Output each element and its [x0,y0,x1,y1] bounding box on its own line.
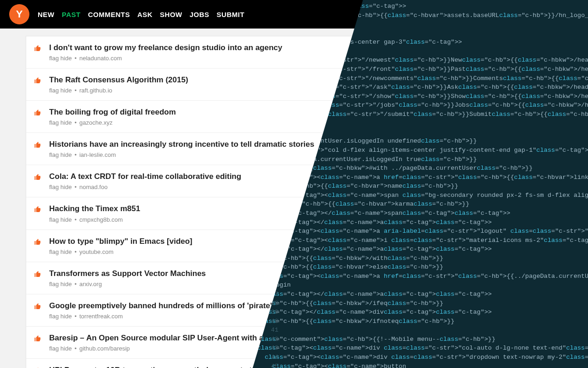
thumbs-up-icon[interactable] [34,206,42,215]
code-line: class="c-comment">class="c-hb">{{!--Mobi… [257,335,588,344]
separator-dot: • [74,216,77,223]
thumbs-up-icon[interactable] [34,109,42,118]
nav-item-jobs[interactable]: JOBS [190,11,209,18]
hide-link[interactable]: hide [61,281,72,288]
flag-link[interactable]: flag [49,313,59,320]
code-line [257,326,588,335]
gutter-line-number: 45 [266,362,278,368]
code-line: class="c-tag"><class="c-name">div class=… [257,353,588,362]
story-domain[interactable]: youtube.com [79,248,113,255]
nav-item-show[interactable]: SHOW [160,11,182,18]
hide-link[interactable]: hide [61,216,72,223]
gutter-line-number: 41 [266,326,278,335]
separator-dot: • [74,184,77,190]
main-nav: NEWPASTCOMMENTSASKSHOWJOBSSUBMIT [38,11,244,18]
nav-item-submit[interactable]: SUBMIT [217,11,245,18]
story-domain[interactable]: neladunato.com [79,55,122,62]
story-domain[interactable]: ian-leslie.com [79,151,116,158]
thumbs-up-icon[interactable] [34,303,42,312]
hide-link[interactable]: hide [61,184,72,190]
nav-item-past[interactable]: PAST [62,11,81,18]
code-line: class="c-hb">{{class="c-hbkw">/ifeqclass… [257,299,588,308]
code-line: class="c-tag"><class="c-name">button [257,362,588,368]
nav-item-comments[interactable]: COMMENTS [88,11,130,18]
code-line: class="c-tag"><class="c-name">a href=cla… [257,272,588,281]
flag-link[interactable]: flag [49,184,59,190]
code-line: class="c-tag"></class="c-name">aclass="c… [257,245,588,254]
hide-link[interactable]: hide [61,55,72,62]
gutter-line-number: 42 [266,335,278,344]
story-domain[interactable]: raft.github.io [79,87,113,94]
thumbs-up-icon[interactable] [34,77,42,86]
flag-link[interactable]: flag [49,248,59,255]
separator-dot: • [74,313,77,320]
nav-item-new[interactable]: NEW [38,11,55,18]
flag-link[interactable]: flag [49,119,59,126]
thumbs-up-icon[interactable] [34,335,42,344]
hide-link[interactable]: hide [61,345,72,352]
flag-link[interactable]: flag [49,281,59,288]
hide-link[interactable]: hide [61,313,72,320]
code-line: class="c-hb">{{class="c-hbkw">/withclass… [257,254,588,263]
separator-dot: • [74,281,77,288]
story-domain[interactable]: cmpxchg8b.com [79,216,123,223]
code-line: class="c-hb">{{class="c-hbvar">elseclass… [257,263,588,272]
code-line: class="c-tag"><class="c-name">span class… [257,191,588,200]
flag-link[interactable]: flag [49,345,59,352]
code-line: class="c-hb">{{class="c-hbkw">/ifnoteqcl… [257,317,588,326]
logo-hn[interactable]: Y [9,4,29,24]
flag-link[interactable]: flag [49,151,59,158]
code-line: class="c-tag"></class="c-name">aclass="c… [257,290,588,299]
gutter-line-number: 44 [266,353,278,362]
code-line: class="c-tag"><class="c-name">i class=cl… [257,236,588,245]
story-domain[interactable]: torrentfreak.com [79,313,123,320]
separator-dot: • [74,87,77,94]
code-line: class="c-tag"><class="c-name">div class=… [257,344,588,353]
separator-dot: • [74,151,77,158]
flag-link[interactable]: flag [49,216,59,223]
thumbs-up-icon[interactable] [34,270,42,280]
code-line: class="c-tag"></class="c-name">divclass=… [257,308,588,317]
code-line: class="c-hb">{{class="c-hbvar">karmaclas… [257,200,588,209]
separator-dot: • [74,345,77,352]
code-line: Login [257,281,588,290]
thumbs-up-icon[interactable] [34,173,42,183]
story-domain[interactable]: nomad.foo [79,184,107,190]
story-domain[interactable]: github.com/baresip [79,345,130,352]
logo-letter: Y [16,8,23,20]
hide-link[interactable]: hide [61,87,72,94]
separator-dot: • [74,248,77,255]
thumbs-up-icon[interactable] [34,141,42,150]
hide-link[interactable]: hide [61,119,72,126]
code-line: class="c-tag"><class="c-name">a aria-lab… [257,227,588,236]
hide-link[interactable]: hide [61,151,72,158]
story-domain[interactable]: arxiv.org [79,281,102,288]
gutter-line-number: 43 [266,344,278,353]
thumbs-up-icon[interactable] [34,45,42,54]
thumbs-up-icon[interactable] [34,238,42,247]
code-line: class="c-tag"></class="c-name">spanclass… [257,209,588,218]
separator-dot: • [74,119,77,126]
flag-link[interactable]: flag [49,87,59,94]
code-line: class="c-tag"></class="c-name">aclass="c… [257,218,588,227]
flag-link[interactable]: flag [49,55,59,62]
nav-item-ask[interactable]: ASK [137,11,153,18]
story-domain[interactable]: gazoche.xyz [79,119,113,126]
hide-link[interactable]: hide [61,248,72,255]
separator-dot: • [74,55,77,62]
